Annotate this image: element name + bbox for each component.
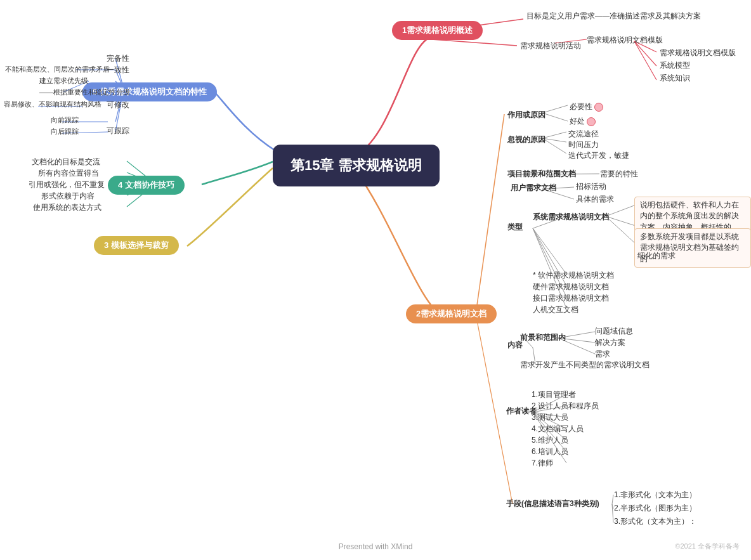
leaf-h1: 交流途径	[568, 129, 599, 140]
leaf-b5-l2a: ——根据重要性和稳定性分级	[39, 88, 130, 97]
leaf-a4: 4.文档编写人员	[532, 424, 584, 434]
leaf-b5-l5: 向后跟踪	[51, 127, 79, 136]
leaf-l4: 接口需求规格说明文档	[533, 293, 609, 304]
leaf-b4-4: 形式依赖于内容	[41, 191, 95, 202]
svg-line-17	[606, 216, 637, 226]
leaf-r1-2b: 需求规格说明文档模版	[660, 48, 736, 58]
svg-line-11	[542, 138, 566, 153]
leaf-r1-2c: 系统模型	[660, 61, 690, 70]
svg-line-1	[431, 39, 517, 46]
leaf-b5-2: 一致性	[107, 65, 129, 75]
mind-map-canvas: 第15章 需求规格说明 1需求规格说明概述 目标是定义用户需求——准确描述需求及…	[0, 0, 751, 560]
leaf-b5-4: 可跟踪	[107, 126, 129, 136]
svg-line-38	[612, 504, 613, 523]
leaf-l3: 硬件需求规格说明文档	[533, 282, 609, 292]
leaf-shouduan: 手段(信息描述语言3种类别)	[506, 498, 599, 509]
svg-line-19	[533, 228, 566, 274]
footer-text: Presented with XMind	[339, 542, 413, 551]
leaf-b5-l2: 建立需求优先级	[39, 76, 88, 86]
leaf-s1: 1.非形式化（文本为主）	[614, 490, 696, 500]
svg-line-8	[542, 113, 568, 121]
leaf-r1-1: 目标是定义用户需求——准确描述需求及其解决方案	[526, 11, 701, 21]
leaf-h3: 迭代式开发，敏捷	[568, 150, 629, 161]
branch-3[interactable]: 3 模板选择与裁剪	[94, 236, 179, 255]
leaf-n1: 需求开发产生不同类型的需求说明文档	[520, 360, 650, 370]
leaf-r1-2a: 需求规格说明文档模版	[587, 35, 663, 46]
leaf-yonghu: 用户需求文档	[511, 183, 556, 193]
footer: Presented with XMind	[0, 542, 751, 551]
leaf-b4-2: 所有内容位置得当	[38, 168, 99, 179]
leaf-n0: 前景和范围内	[520, 332, 566, 343]
svg-line-5	[634, 41, 656, 80]
leaf-a5: 5.维护人员	[532, 435, 568, 446]
leaf-a1: 1.项目管理者	[532, 389, 576, 400]
leaf-b5-l1: 不能和高层次、同层次的需求矛盾	[5, 65, 100, 74]
leaf-hushi: 忽视的原因	[507, 134, 545, 145]
leaf-h2: 时间压力	[568, 140, 599, 150]
svg-line-6	[476, 114, 504, 314]
leaf-a6: 6.培训人员	[532, 446, 568, 457]
central-node: 第15章 需求规格说明	[273, 145, 440, 186]
footer-right: ©2021 全备学科备考	[675, 542, 740, 551]
leaf-b5-l3: 容易修改、不影响现有结构风格	[4, 100, 101, 109]
leaf-a3: 3.测试人员	[532, 412, 568, 423]
svg-line-16	[606, 204, 637, 216]
leaf-y2: 具体的需求	[576, 194, 614, 205]
svg-line-37	[612, 504, 613, 509]
leaf-a2: 2.设计人员和程序员	[532, 401, 599, 412]
leaf-y1: 招标活动	[576, 181, 606, 192]
svg-line-7	[542, 105, 568, 113]
leaf-z2: 好处	[570, 116, 596, 127]
leaf-leixing: 类型	[507, 222, 523, 233]
leaf-l1c: 细化的需求	[637, 251, 676, 261]
branch-1[interactable]: 1需求规格说明概述	[392, 21, 483, 40]
branch-4[interactable]: 4 文档协作技巧	[108, 176, 185, 195]
leaf-a7: 7.律师	[532, 458, 553, 469]
leaf-xitong: 系统需求规格说明文档	[533, 212, 609, 223]
leaf-s2: 2.半形式化（图形为主）	[614, 503, 696, 514]
leaf-n0a: 问题域信息	[595, 326, 633, 337]
svg-line-9	[542, 132, 566, 138]
leaf-b5-3: 可修改	[107, 100, 129, 110]
central-label: 第15章 需求规格说明	[291, 157, 422, 173]
svg-line-36	[612, 495, 613, 504]
leaf-zuoyong: 作用或原因	[507, 110, 545, 120]
svg-line-18	[606, 216, 637, 245]
leaf-n0c: 需求	[595, 349, 610, 360]
branch-2[interactable]: 2需求规格说明文档	[406, 304, 497, 323]
leaf-s3: 3.形式化（文本为主）：	[614, 516, 696, 527]
leaf-r1-2: 需求规格说明活动	[520, 41, 581, 51]
leaf-b4-5: 使用系统的表达方式	[33, 202, 101, 213]
leaf-y0: 项目前景和范围文档	[507, 169, 576, 179]
leaf-r1-2d: 系统知识	[660, 74, 690, 83]
leaf-b5-1: 完备性	[107, 53, 129, 64]
leaf-b4-1: 文档化的目标是交流	[32, 157, 100, 167]
leaf-n0b: 解决方案	[595, 337, 625, 348]
leaf-l1b: 多数系统开发项目都是以系统需求规格说明文档为基础签约的	[634, 228, 751, 268]
leaf-l2: * 软件需求规格说明文档	[533, 270, 614, 281]
leaf-l5: 人机交互文档	[533, 304, 578, 315]
svg-line-10	[542, 138, 566, 142]
leaf-y0a: 需要的特性	[600, 169, 638, 179]
leaf-b5-l4: 向前跟踪	[51, 115, 79, 125]
leaf-b4-3: 引用或强化，但不重复	[29, 179, 105, 190]
footer-right-text: ©2021 全备学科备考	[675, 542, 740, 550]
leaf-z1: 必要性	[570, 101, 603, 112]
